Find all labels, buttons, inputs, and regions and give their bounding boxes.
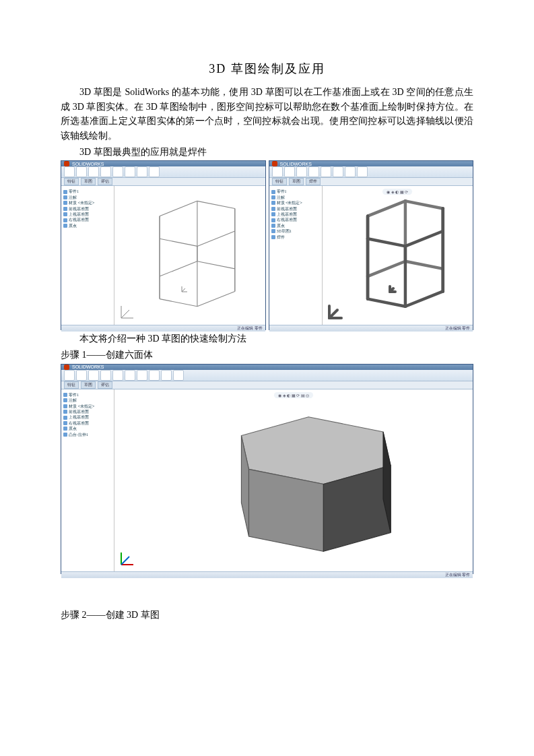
folder-icon (63, 195, 67, 199)
toolbar-button[interactable] (76, 166, 87, 177)
tab[interactable]: 草图 (289, 178, 304, 185)
tab[interactable]: 焊件 (306, 178, 321, 185)
view-triad-icon (327, 303, 344, 321)
toolbar-button[interactable] (88, 370, 99, 381)
toolbar-button[interactable] (357, 166, 368, 177)
tree-item[interactable]: 上视基准面 (271, 212, 320, 217)
tree-item[interactable]: 焊件 (271, 234, 320, 240)
tree-item[interactable]: 右视基准面 (271, 217, 320, 222)
toolbar-button[interactable] (100, 166, 111, 177)
toolbar-button[interactable] (137, 370, 147, 381)
body: 零件1 注解 材质 <未指定> 前视基准面 上视基准面 右视基准面 原点 凸台-… (61, 389, 473, 571)
toolbar-button[interactable] (64, 370, 75, 381)
tree-item[interactable]: 右视基准面 (63, 420, 112, 426)
status-bar: 正在编辑 零件 (61, 571, 473, 578)
tab[interactable]: 评估 (98, 381, 112, 389)
toolbar-button[interactable] (125, 166, 135, 177)
tree-item[interactable]: 注解 (63, 398, 112, 403)
extrude-icon (63, 433, 67, 437)
svg-line-23 (121, 310, 129, 318)
tree-item[interactable]: 前视基准面 (63, 206, 112, 212)
view-triad-icon (119, 550, 136, 567)
toolbar-button[interactable] (296, 166, 307, 177)
toolbar-button[interactable] (88, 166, 99, 177)
tree-item[interactable]: 前视基准面 (271, 206, 320, 212)
tab[interactable]: 草图 (81, 381, 96, 389)
svg-marker-50 (249, 469, 324, 551)
toolbar-button[interactable] (345, 166, 356, 177)
window-title-bar: SOLIDWORKS (269, 161, 473, 166)
toolbar-button[interactable] (333, 166, 343, 177)
viewport[interactable]: ◉ ◈ ◐ ▦ ⟳ (323, 186, 473, 324)
view-hud: ◉ ◈ ◐ ▦ ⟳ (382, 189, 412, 195)
tree-item[interactable]: 凸台-拉伸1 (63, 432, 112, 437)
tree-item[interactable]: 上视基准面 (63, 414, 112, 420)
viewport[interactable] (114, 186, 265, 324)
tab[interactable]: 特征 (64, 381, 79, 389)
svg-line-6 (160, 239, 197, 247)
page-title: 3D 草图绘制及应用 (61, 61, 473, 77)
hex-frame-drawing (323, 186, 473, 321)
figure-caption: 本文将介绍一种 3D 草图的快速绘制方法 (61, 332, 473, 346)
feature-tree: 零件1 注解 材质 <未指定> 前视基准面 上视基准面 右视基准面 原点 凸台-… (61, 389, 114, 571)
step-2-heading: 步骤 2——创建 3D 草图 (61, 608, 473, 623)
tab[interactable]: 评估 (98, 178, 112, 185)
toolbar-button[interactable] (100, 370, 111, 381)
status-bar: 正在编辑 零件 (61, 325, 265, 332)
svg-line-4 (160, 261, 197, 276)
material-icon (63, 404, 67, 408)
main-toolbar (269, 166, 473, 178)
part-icon (63, 393, 67, 397)
tab[interactable]: 草图 (81, 178, 96, 185)
tree-item[interactable]: 注解 (271, 195, 320, 200)
toolbar-button[interactable] (137, 166, 147, 177)
origin-icon (389, 284, 397, 292)
toolbar-button[interactable] (76, 370, 87, 381)
tab[interactable]: 特征 (272, 178, 287, 185)
plane-icon (63, 421, 67, 425)
tree-item[interactable]: 零件1 (63, 189, 112, 194)
toolbar-button[interactable] (149, 166, 160, 177)
toolbar-button[interactable] (308, 166, 319, 177)
tree-item[interactable]: 原点 (63, 426, 112, 431)
solidworks-window-weldment: SOLIDWORKS 特征 草图 焊件 零件1 注解 (269, 160, 474, 330)
toolbar-button[interactable] (112, 370, 123, 381)
tab[interactable]: 特征 (64, 178, 79, 185)
plane-icon (63, 416, 67, 420)
tree-item[interactable]: 材质 <未指定> (63, 404, 112, 409)
toolbar-button[interactable] (284, 166, 295, 177)
tree-item[interactable]: 上视基准面 (63, 212, 112, 217)
tree-item[interactable]: 材质 <未指定> (63, 200, 112, 206)
toolbar-button[interactable] (112, 166, 123, 177)
app-name: SOLIDWORKS (280, 162, 312, 166)
plane-icon (63, 207, 67, 211)
plane-icon (271, 218, 275, 222)
origin-icon (271, 224, 275, 228)
toolbar-button[interactable] (161, 370, 172, 381)
tree-item[interactable]: 3D草图1 (271, 228, 320, 234)
toolbar-button[interactable] (149, 370, 160, 381)
sketch3d-icon (271, 229, 275, 233)
feature-tree: 零件1 注解 材质 <未指定> 前视基准面 上视基准面 右视基准面 原点 3D草… (269, 186, 323, 324)
origin-icon (180, 284, 189, 292)
tree-item[interactable]: 零件1 (63, 392, 112, 398)
toolbar-button[interactable] (173, 370, 184, 381)
tree-item[interactable]: 材质 <未指定> (271, 200, 320, 206)
svg-line-33 (368, 239, 405, 247)
part-icon (271, 190, 275, 194)
tree-item[interactable]: 原点 (271, 223, 320, 228)
tree-item[interactable]: 右视基准面 (63, 217, 112, 222)
toolbar-button[interactable] (64, 166, 75, 177)
toolbar-button[interactable] (272, 166, 283, 177)
toolbar-button[interactable] (125, 370, 135, 381)
material-icon (63, 201, 67, 205)
tree-item[interactable]: 原点 (63, 223, 112, 228)
viewport[interactable]: ◉ ◈ ◐ ▦ ⟳ ▤ ◎ (114, 389, 473, 571)
svg-line-1 (197, 292, 235, 307)
part-icon (63, 190, 67, 194)
tree-item[interactable]: 零件1 (271, 189, 320, 194)
toolbar-button[interactable] (321, 166, 331, 177)
intro-paragraph: 3D 草图是 SolidWorks 的基本功能，使用 3D 草图可以在工作基准面… (61, 85, 473, 144)
tree-item[interactable]: 注解 (63, 195, 112, 200)
tree-item[interactable]: 前视基准面 (63, 409, 112, 414)
